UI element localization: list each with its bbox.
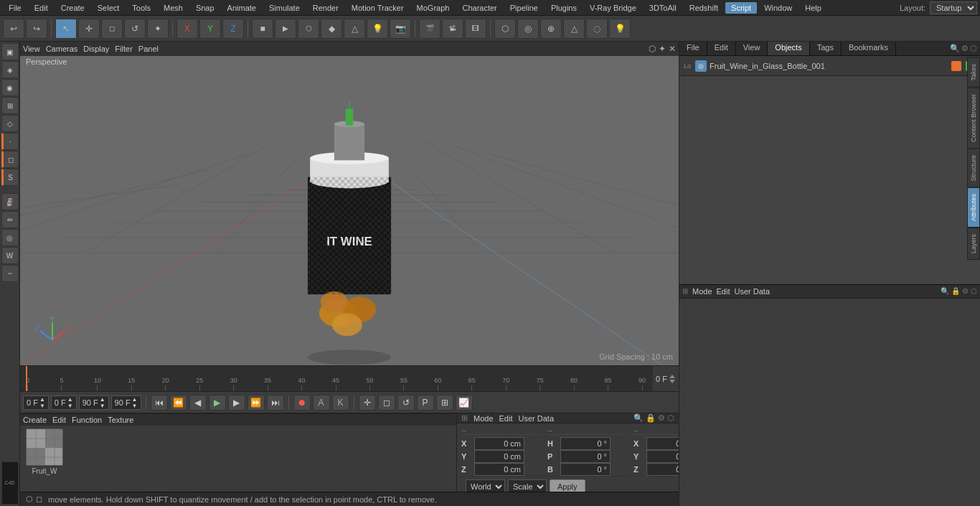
menu-render[interactable]: Render — [307, 2, 344, 14]
rpanel-settings-icon[interactable]: ⚙ — [961, 44, 969, 53]
move-tool-button[interactable]: ✛ — [78, 19, 100, 39]
current-frame-field[interactable]: 0 F ▲▼ — [23, 395, 49, 410]
menu-mesh[interactable]: Mesh — [158, 2, 189, 14]
menu-mograph[interactable]: MoGraph — [411, 2, 456, 14]
step-back-button[interactable]: ◀ — [189, 395, 207, 411]
polygon-mode-button[interactable]: ◻ — [1, 151, 19, 168]
display-cube-button[interactable]: ⬡ — [494, 19, 516, 39]
rpanel-expand-icon[interactable]: ⬡ — [970, 44, 977, 53]
menu-help[interactable]: Help — [799, 2, 827, 14]
edge-tab-structure[interactable]: Structure — [967, 149, 980, 188]
axis-y-button[interactable]: Y — [199, 19, 221, 39]
prev-key-button[interactable]: ⏪ — [170, 395, 187, 411]
rpanel-tab-tags[interactable]: Tags — [810, 42, 842, 55]
vp-icon-close[interactable]: ✕ — [669, 44, 676, 54]
fcurve-button[interactable]: 📈 — [456, 395, 473, 411]
display-cone-button[interactable]: ⊕ — [540, 19, 562, 39]
attr-menu-edit[interactable]: Edit — [717, 287, 730, 296]
paint-mode-button[interactable]: ◉ — [1, 79, 19, 96]
spline-button[interactable]: ～ — [1, 265, 19, 282]
uv-mode-button[interactable]: ⊞ — [1, 97, 19, 114]
max-frame-stepper[interactable]: ▲▼ — [132, 396, 138, 409]
edge-tab-attributes[interactable]: Attributes — [967, 187, 980, 228]
rpanel-tab-view[interactable]: View — [736, 42, 768, 55]
attr-expand-icon[interactable]: ⬡ — [971, 287, 977, 295]
menu-file[interactable]: File — [3, 2, 27, 14]
vp-menu-filter[interactable]: Filter — [115, 44, 132, 53]
mat-menu-function[interactable]: Function — [72, 416, 102, 424]
menu-character[interactable]: Character — [456, 2, 502, 14]
motion-path-button[interactable]: ✛ — [359, 395, 376, 411]
schematic-button[interactable]: ⊞ — [436, 395, 453, 411]
axis-x-button[interactable]: X — [176, 19, 198, 39]
start-frame-stepper[interactable]: ▲▼ — [67, 396, 73, 409]
rpanel-tab-objects[interactable]: Objects — [768, 42, 809, 55]
menu-snap[interactable]: Snap — [190, 2, 220, 14]
viewport[interactable]: IT WINE — [20, 42, 679, 365]
camera-button[interactable]: 📷 — [390, 19, 411, 39]
coord-menu-edit[interactable]: Edit — [499, 414, 513, 423]
coord-z-input[interactable] — [474, 463, 524, 476]
mat-menu-edit[interactable]: Edit — [52, 416, 66, 424]
model-mode-button[interactable]: ▣ — [1, 43, 19, 60]
render-view-button[interactable]: 🎬 — [419, 19, 440, 39]
powerslider-button[interactable]: P — [417, 395, 434, 411]
menu-plugins[interactable]: Plugins — [545, 2, 583, 14]
max-frame-field[interactable]: 90 F ▲▼ — [111, 395, 141, 410]
edge-mode-button[interactable]: ◇ — [1, 115, 19, 132]
menu-window[interactable]: Window — [758, 2, 798, 14]
layout-select[interactable]: Startup — [930, 1, 977, 14]
end-frame-stepper[interactable]: ▲▼ — [100, 396, 105, 409]
rpanel-tab-bookmarks[interactable]: Bookmarks — [842, 42, 896, 55]
coord-h-input[interactable] — [560, 437, 611, 450]
soft-sel-button[interactable]: ◎ — [1, 229, 19, 246]
texture-mode-button[interactable]: ◈ — [1, 61, 19, 78]
goto-start-button[interactable]: ⏮ — [151, 395, 168, 411]
mat-menu-texture[interactable]: Texture — [108, 416, 133, 424]
menu-3dtoall[interactable]: 3DToAll — [644, 2, 682, 14]
display-sphere-button[interactable]: ◎ — [517, 19, 539, 39]
material-item[interactable]: Fruit_W — [26, 428, 63, 475]
menu-motiontracker[interactable]: Motion Tracker — [346, 2, 410, 14]
edge-tab-contentbrowser[interactable]: Content Browser — [967, 88, 980, 149]
vp-menu-display[interactable]: Display — [83, 44, 109, 53]
attr-menu-userdata[interactable]: User Data — [735, 287, 771, 296]
point-mode-button[interactable]: · — [1, 133, 19, 150]
edge-tab-takes[interactable]: Takes — [967, 57, 980, 88]
transform-tool-button[interactable]: ✦ — [147, 19, 169, 39]
menu-redshift[interactable]: Redshift — [684, 2, 724, 14]
cone-button[interactable]: ▶ — [275, 19, 296, 39]
vp-menu-view[interactable]: View — [23, 44, 40, 53]
vp-menu-cameras[interactable]: Cameras — [46, 44, 78, 53]
timeline-ruler[interactable]: 051015202530354045505560657075808590 — [20, 366, 653, 391]
coord-menu-userdata[interactable]: User Data — [519, 414, 555, 423]
select-tool-button[interactable]: ↖ — [55, 19, 77, 39]
frame-stepper[interactable]: ▲▼ — [39, 396, 45, 409]
material-thumbnail[interactable] — [26, 428, 63, 466]
menu-create[interactable]: Create — [55, 2, 90, 14]
coord-p-input[interactable] — [560, 450, 611, 463]
coord-search-icon[interactable]: 🔍 — [633, 413, 644, 423]
timeline[interactable]: 051015202530354045505560657075808590 0 F — [20, 365, 679, 391]
menu-animate[interactable]: Animate — [222, 2, 262, 14]
end-frame-field[interactable]: 90 F ▲▼ — [79, 395, 109, 410]
rpanel-tab-edit[interactable]: Edit — [707, 42, 736, 55]
start-frame-field[interactable]: 0 F ▲▼ — [51, 395, 77, 410]
rotate-tool-button[interactable]: ↺ — [124, 19, 146, 39]
coord-expand-icon[interactable]: ⬡ — [667, 413, 674, 423]
undo-button[interactable]: ↩ — [3, 19, 24, 39]
menu-pipeline[interactable]: Pipeline — [504, 2, 544, 14]
deform-button[interactable]: ◆ — [321, 19, 342, 39]
menu-script[interactable]: Script — [725, 2, 757, 14]
vp-icon-settings[interactable]: ✦ — [659, 44, 666, 54]
coord-b-input[interactable] — [560, 463, 611, 476]
snap-mode-button[interactable]: S — [1, 169, 19, 186]
redo-button[interactable]: ↪ — [26, 19, 47, 39]
rpanel-tab-file[interactable]: File — [679, 42, 707, 55]
menu-tools[interactable]: Tools — [126, 2, 156, 14]
nurbs-button[interactable]: ⬡ — [298, 19, 319, 39]
play-button[interactable]: ▶ — [209, 395, 226, 411]
goto-end-button[interactable]: ⏭ — [267, 395, 284, 411]
auto-key-button[interactable]: A — [313, 395, 330, 411]
coord-y-input[interactable] — [474, 450, 524, 463]
